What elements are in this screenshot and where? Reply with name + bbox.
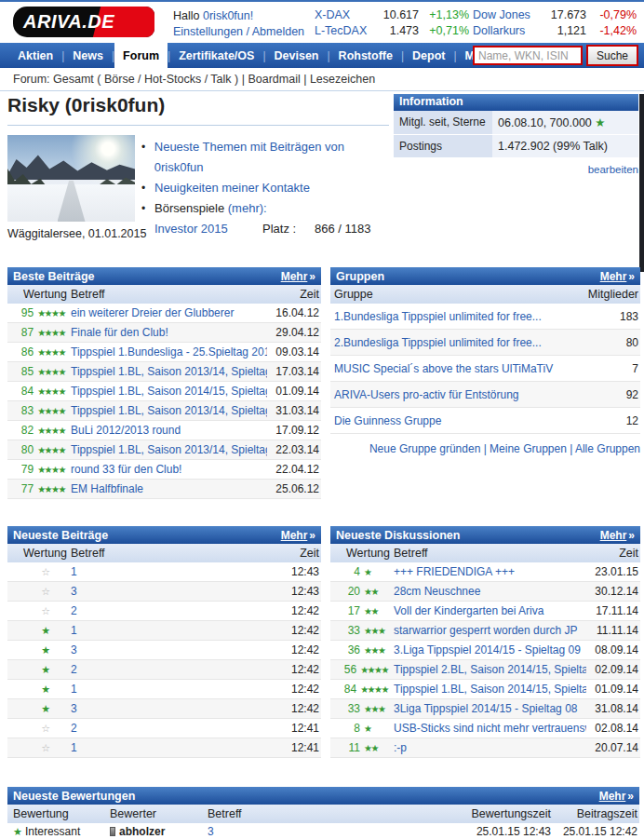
bewertungszeit: 25.01.15 12:43 <box>411 825 551 838</box>
ticker-label[interactable]: L-TecDAX <box>315 24 372 37</box>
panel-title: Neueste Diskussionen <box>336 529 460 542</box>
post-link[interactable]: USB-Sticks sind nicht mehr vertrauenswür… <box>388 722 586 735</box>
col-zeit: Zeit <box>267 547 321 560</box>
breadcrumb-link[interactable]: Lesezeichen <box>310 73 375 86</box>
bewerter-link[interactable]: abholzer <box>119 825 165 838</box>
rating-cell: 87★★★★ <box>7 326 65 339</box>
nav-item-rohstoffe[interactable]: Rohstoffe <box>330 43 401 68</box>
ticker-label[interactable]: X-DAX <box>315 8 372 21</box>
post-link[interactable]: 3 <box>65 702 267 715</box>
rating-cell: ☆ <box>7 742 65 754</box>
search-input[interactable] <box>473 46 583 65</box>
more-link[interactable]: Mehr» <box>281 529 315 542</box>
breadcrumb-link[interactable]: Hot-Stocks <box>144 73 201 86</box>
table-row: 20★★28cm Neuschnee30.12.14 <box>330 582 640 602</box>
breadcrumb-link[interactable]: Gesamt <box>53 73 94 86</box>
ticker-label[interactable]: Dollarkurs <box>473 24 542 37</box>
post-link[interactable]: Tippspiel 2.BL, Saison 2014/15, Spieltag… <box>388 663 586 676</box>
breadcrumb-link[interactable]: Talk <box>210 73 231 86</box>
rating-cell: 17★★ <box>330 604 388 617</box>
gruppen-action-link[interactable]: Neue Gruppe gründen <box>369 442 480 455</box>
nav-item-depot[interactable]: Depot <box>404 43 453 68</box>
rating-stars-icon: ★★★★ <box>37 445 65 455</box>
boersenspiele-more-link[interactable]: (mehr): <box>228 201 267 215</box>
rating-value: 33 <box>330 702 360 715</box>
table-row: ☆212:41 <box>7 719 321 738</box>
post-link[interactable]: 1 <box>65 624 267 637</box>
more-link[interactable]: Mehr» <box>600 529 635 542</box>
account-links[interactable]: Einstellungen / Abmelden <box>173 25 304 38</box>
breadcrumb-link[interactable]: Boardmail <box>248 73 300 86</box>
post-link[interactable]: 2 <box>65 722 267 735</box>
post-link[interactable]: Tippspiel 1.BL, Saison 2014/15, Spieltag… <box>65 385 267 398</box>
nav-item-forum[interactable]: Forum <box>114 43 168 68</box>
nav-item-aktien[interactable]: Aktien <box>9 43 61 68</box>
post-link[interactable]: 3 <box>65 585 267 598</box>
rating-stars-icon: ★★★★ <box>37 367 65 377</box>
nav-item-news[interactable]: News <box>64 43 112 68</box>
post-link[interactable]: Tippspiel 1.BL, Saison 2014/15, Spieltag… <box>388 683 586 696</box>
edit-profile-link[interactable]: bearbeiten <box>588 164 638 175</box>
post-link[interactable]: Tippspiel 1.BL, Saison 2013/14, Spieltag… <box>65 404 267 417</box>
latest-topics-link[interactable]: Neueste Themen mit Beiträgen von 0risk0f… <box>154 137 393 178</box>
rating-cell: 82★★★★ <box>7 424 65 437</box>
table-row: 1.Bundesliga Tippspiel unlimited for fre… <box>330 304 640 330</box>
bullet-icon: • <box>141 137 154 178</box>
more-link[interactable]: Mehr» <box>281 270 315 283</box>
post-link[interactable]: 2 <box>65 604 267 617</box>
boersenspiele-label: Börsenspiele <box>154 201 228 215</box>
post-link[interactable]: 3 <box>208 825 214 838</box>
group-link[interactable]: ARIVA-Users pro-activ für Entstörung <box>330 388 575 401</box>
post-link[interactable]: 1 <box>65 565 267 578</box>
more-link[interactable]: Mehr» <box>600 270 635 283</box>
post-link[interactable]: starwarrior gesperrt worden durch JP <box>388 624 586 637</box>
breadcrumb-link[interactable]: Börse <box>104 73 135 86</box>
nav-item-devisen[interactable]: Devisen <box>266 43 328 68</box>
post-link[interactable]: Tippspiel 1.BL, Saison 2013/14, Spieltag… <box>65 443 267 456</box>
rating-stars-icon: ★★★★ <box>37 386 65 397</box>
post-link[interactable]: 2 <box>65 663 267 676</box>
nav-item-zertifikateos[interactable]: Zertifikate/OS <box>170 43 262 68</box>
rating-stars-icon: ★★★★ <box>37 484 65 494</box>
post-time: 25.06.12 <box>267 482 321 495</box>
post-link[interactable]: 1 <box>65 741 267 754</box>
post-time: 12:41 <box>267 741 321 754</box>
gruppen-action-link[interactable]: Meine Gruppen <box>490 442 567 455</box>
gruppen-action-link[interactable]: Alle Gruppen <box>575 442 640 455</box>
game-link[interactable]: Investor 2015 <box>154 219 262 239</box>
post-time: 12:43 <box>267 585 321 598</box>
rating-stars-icon: ★★★★ <box>37 465 65 475</box>
username-link[interactable]: 0risk0fun! <box>203 9 253 22</box>
post-link[interactable]: EM Halfbfinale <box>65 482 267 495</box>
post-link[interactable]: 3Liga Tippspiel 2014/15 - Spieltag 08 <box>388 702 586 715</box>
breadcrumb-text: ( <box>94 73 104 86</box>
ticker-label[interactable]: Dow Jones <box>473 8 542 21</box>
site-header: ARIVA.DE Hallo 0risk0fun! Einstellungen … <box>0 2 644 43</box>
contacts-news-link[interactable]: Neuigkeiten meiner Kontakte <box>154 178 310 198</box>
group-link[interactable]: Die Guinness Gruppe <box>330 414 575 427</box>
group-link[interactable]: 1.Bundesliga Tippspiel unlimited for fre… <box>330 310 575 323</box>
post-link[interactable]: 3 <box>65 643 267 656</box>
group-link[interactable]: MUSIC Special´s above the stars UlTiMaTi… <box>330 362 575 375</box>
post-link[interactable]: :-p <box>388 741 586 754</box>
search-button[interactable]: Suche <box>586 45 638 66</box>
rating-value: 4 <box>330 565 360 578</box>
post-link[interactable]: Tippspiel 1.Bundesliga - 25.Spieltag 201… <box>65 345 267 359</box>
group-link[interactable]: 2.Bundesliga Tippspiel unlimited for fre… <box>330 336 575 349</box>
post-link[interactable]: Voll der Kindergarten bei Ariva <box>388 604 586 617</box>
ariva-logo[interactable]: ARIVA.DE <box>13 7 154 37</box>
post-link[interactable]: 1 <box>65 683 267 696</box>
post-link[interactable]: +++ FRIEDENDIGA +++ <box>388 565 586 578</box>
post-link[interactable]: 28cm Neuschnee <box>388 585 586 598</box>
post-link[interactable]: Tippspiel 1.BL, Saison 2013/14, Spieltag… <box>65 365 267 378</box>
post-link[interactable]: 3.Liga Tippspiel 2014/15 - Spieltag 09 <box>388 643 586 656</box>
post-link[interactable]: round 33 für den Club! <box>65 463 267 476</box>
post-link[interactable]: ein weiterer Dreier der Glubberer <box>65 306 267 319</box>
post-link[interactable]: BuLi 2012/2013 round <box>65 424 267 437</box>
ticker-value: 1.473 <box>376 24 419 37</box>
rating-stars-icon: ★★★★ <box>37 328 65 338</box>
more-link[interactable]: Mehr» <box>599 790 634 803</box>
post-link[interactable]: Finale für den Club! <box>65 326 267 339</box>
col-betreff: Betreff <box>388 547 586 560</box>
post-time: 23.01.15 <box>586 565 640 578</box>
